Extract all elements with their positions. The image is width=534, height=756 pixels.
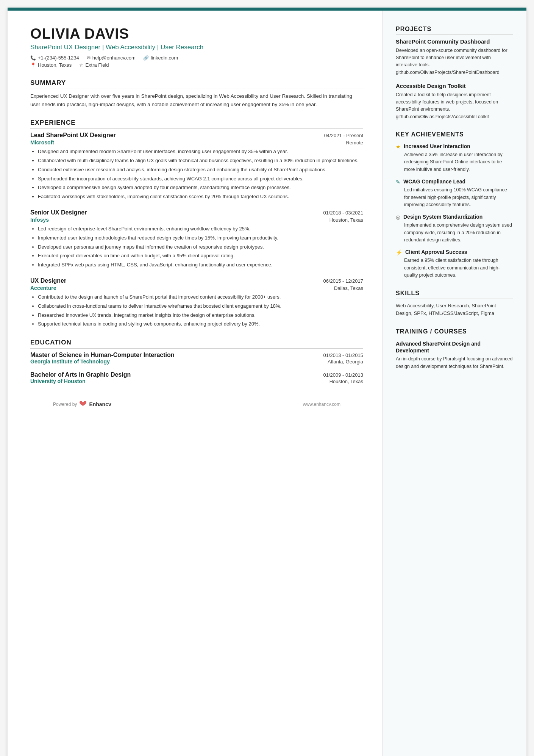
enhancv-logo: Enhancv — [79, 401, 111, 408]
edu-2-header: Bachelor of Arts in Graphic Design 01/20… — [30, 371, 363, 378]
powered-by-label: Powered by — [53, 402, 77, 407]
job-1-bullet-6: Facilitated workshops with stakeholders,… — [38, 193, 363, 201]
edu-1-header: Master of Science in Human-Computer Inte… — [30, 352, 363, 358]
extra-field-item: ☆ Extra Field — [79, 62, 109, 68]
left-column: OLIVIA DAVIS SharePoint UX Designer | We… — [8, 11, 383, 756]
job-3-dates: 06/2015 - 12/2017 — [323, 278, 363, 284]
edu-1-location: Atlanta, Georgia — [328, 359, 363, 365]
enhancv-brand-name: Enhancv — [89, 401, 111, 407]
candidate-title: SharePoint UX Designer | Web Accessibili… — [30, 44, 363, 51]
training-1: Advanced SharePoint Design and Developme… — [396, 340, 513, 370]
skills-title: SKILLS — [396, 290, 513, 299]
job-3-bullet-2: Collaborated in cross-functional teams t… — [38, 302, 363, 310]
training-title: TRAINING / COURSES — [396, 328, 513, 337]
job-3-title: UX Designer — [30, 277, 66, 284]
edu-2-dates: 01/2009 - 01/2013 — [323, 372, 363, 378]
training-1-title: Advanced SharePoint Design and Developme… — [396, 340, 513, 354]
job-1-bullets: Designed and implemented modern SharePoi… — [30, 148, 363, 201]
edu-1-degree: Master of Science in Human-Computer Inte… — [30, 352, 175, 358]
phone-number: +1-(234)-555-1234 — [38, 55, 79, 61]
job-2-company-line: Infosys Houston, Texas — [30, 217, 363, 223]
summary-title: SUMMARY — [30, 79, 363, 89]
projects-title: PROJECTS — [396, 26, 513, 35]
projects-section: PROJECTS SharePoint Community Dashboard … — [396, 26, 513, 121]
job-1-company-line: Microsoft Remote — [30, 139, 363, 146]
job-3: UX Designer 06/2015 - 12/2017 Accenture … — [30, 277, 363, 328]
footer-website: www.enhancv.com — [303, 402, 340, 407]
achievement-3-header: ◎ Design System Standardization — [396, 214, 513, 220]
job-2-location: Houston, Texas — [329, 217, 363, 223]
job-2-bullets: Led redesign of enterprise-level SharePo… — [30, 225, 363, 269]
achievements-section: KEY ACHIEVEMENTS ★ Increased User Intera… — [396, 131, 513, 279]
phone-icon: 📞 — [30, 55, 36, 61]
skills-text: Web Accessibility, User Research, ShareP… — [396, 302, 513, 318]
contact-line-2: 📍 Houston, Texas ☆ Extra Field — [30, 62, 363, 68]
job-3-header: UX Designer 06/2015 - 12/2017 — [30, 277, 363, 284]
job-1-header: Lead SharePoint UX Designer 04/2021 - Pr… — [30, 132, 363, 139]
achievement-4: ⚡ Client Approval Success Earned a 95% c… — [396, 249, 513, 279]
edu-1-school: Georgia Institute of Technology — [30, 358, 110, 365]
project-2-title: Accessible Design Toolkit — [396, 82, 513, 90]
job-2-bullet-3: Developed user personas and journey maps… — [38, 243, 363, 251]
contact-line-1: 📞 +1-(234)-555-1234 ✉ help@enhancv.com 🔗… — [30, 55, 363, 61]
job-1: Lead SharePoint UX Designer 04/2021 - Pr… — [30, 132, 363, 201]
job-3-bullet-4: Supported technical teams in coding and … — [38, 320, 363, 328]
training-section: TRAINING / COURSES Advanced SharePoint D… — [396, 328, 513, 370]
email-icon: ✉ — [87, 55, 91, 61]
job-3-company: Accenture — [30, 285, 56, 291]
experience-title: EXPERIENCE — [30, 119, 363, 129]
website-item: 🔗 linkedin.com — [143, 55, 178, 61]
summary-text: Experienced UX Designer with over five y… — [30, 92, 363, 108]
experience-section: EXPERIENCE Lead SharePoint UX Designer 0… — [30, 119, 363, 328]
job-3-bullet-3: Researched innovative UX trends, integra… — [38, 311, 363, 319]
achievement-3-icon: ◎ — [396, 214, 400, 220]
achievement-2-icon: ✎ — [396, 179, 400, 185]
job-1-title: Lead SharePoint UX Designer — [30, 132, 116, 139]
job-1-bullet-3: Conducted extensive user research and an… — [38, 166, 363, 174]
job-3-company-line: Accenture Dallas, Texas — [30, 285, 363, 291]
job-3-location: Dallas, Texas — [334, 285, 363, 291]
job-2-company: Infosys — [30, 217, 49, 223]
project-2-desc: Created a toolkit to help designers impl… — [396, 91, 513, 121]
star-icon: ☆ — [79, 63, 83, 68]
location-icon: 📍 — [30, 63, 36, 68]
job-2-header: Senior UX Designer 01/2018 - 03/2021 — [30, 209, 363, 216]
edu-2-location: Houston, Texas — [329, 379, 363, 384]
website-url: linkedin.com — [151, 55, 178, 61]
achievement-1-icon: ★ — [396, 144, 401, 150]
achievement-1-title: Increased User Interaction — [404, 143, 470, 149]
achievement-4-desc: Earned a 95% client satisfaction rate th… — [396, 257, 513, 279]
achievement-4-header: ⚡ Client Approval Success — [396, 249, 513, 255]
job-1-bullet-2: Collaborated with multi-disciplinary tea… — [38, 157, 363, 165]
email-item: ✉ help@enhancv.com — [87, 55, 136, 61]
edu-2-school-line: University of Houston Houston, Texas — [30, 378, 363, 384]
job-3-bullets: Contributed to the design and launch of … — [30, 293, 363, 328]
link-icon: 🔗 — [143, 55, 149, 61]
achievement-2: ✎ WCAG Compliance Lead Led initiatives e… — [396, 178, 513, 208]
phone-item: 📞 +1-(234)-555-1234 — [30, 55, 79, 61]
edu-1: Master of Science in Human-Computer Inte… — [30, 352, 363, 365]
extra-field-text: Extra Field — [85, 62, 109, 68]
project-1-title: SharePoint Community Dashboard — [396, 38, 513, 45]
job-1-bullet-5: Developed a comprehensive design system … — [38, 184, 363, 192]
location-item: 📍 Houston, Texas — [30, 62, 72, 68]
achievement-4-title: Client Approval Success — [405, 249, 467, 255]
enhancv-heart-icon — [79, 401, 87, 408]
achievement-1-desc: Achieved a 35% increase in user interact… — [396, 151, 513, 173]
email-address: help@enhancv.com — [92, 55, 136, 61]
job-2: Senior UX Designer 01/2018 - 03/2021 Inf… — [30, 209, 363, 269]
job-1-bullet-1: Designed and implemented modern SharePoi… — [38, 148, 363, 156]
summary-section: SUMMARY Experienced UX Designer with ove… — [30, 79, 363, 108]
achievement-1-header: ★ Increased User Interaction — [396, 143, 513, 150]
edu-1-school-line: Georgia Institute of Technology Atlanta,… — [30, 358, 363, 365]
job-2-title: Senior UX Designer — [30, 209, 87, 216]
edu-2-school: University of Houston — [30, 378, 85, 384]
training-1-desc: An in-depth course by Pluralsight focusi… — [396, 355, 513, 370]
achievement-3: ◎ Design System Standardization Implemen… — [396, 214, 513, 244]
achievement-2-title: WCAG Compliance Lead — [403, 178, 465, 185]
job-1-dates: 04/2021 - Present — [324, 133, 363, 138]
header-section: OLIVIA DAVIS SharePoint UX Designer | We… — [30, 26, 363, 68]
project-2: Accessible Design Toolkit Created a tool… — [396, 82, 513, 121]
job-2-bullet-2: Implemented user testing methodologies t… — [38, 234, 363, 242]
job-1-location: Remote — [346, 140, 363, 146]
